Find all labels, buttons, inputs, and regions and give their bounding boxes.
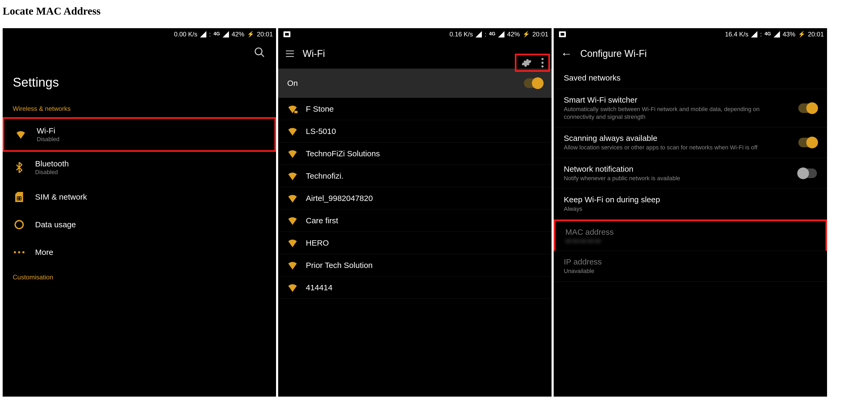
phone-1-settings: 0.00 K/s : 4G 42% ⚡ 20:01 Settings Wirel… [3, 28, 276, 397]
setting-row-data[interactable]: Data usage [3, 211, 276, 238]
conf-title: Keep Wi-Fi on during sleep [564, 195, 817, 204]
gear-icon[interactable] [521, 57, 532, 68]
wifi-secure-icon [287, 105, 298, 113]
status-net: 4G [214, 31, 220, 37]
svg-rect-4 [20, 197, 21, 198]
conf-title: Smart Wi-Fi switcher [564, 95, 798, 104]
bluetooth-icon [16, 162, 23, 173]
more-icon [14, 251, 25, 253]
conf-sub: Automatically switch between Wi-Fi netwo… [564, 105, 766, 121]
status-speed: 0.00 K/s [174, 31, 197, 38]
wifi-secure-icon [287, 150, 298, 158]
svg-rect-6 [20, 199, 21, 200]
setting-row-bluetooth[interactable]: Bluetooth Disabled [3, 152, 276, 183]
setting-row-wifi[interactable]: Wi-Fi Disabled [3, 117, 276, 152]
network-name: HERO [306, 238, 329, 248]
conf-title: Scanning always available [564, 134, 798, 143]
network-row[interactable]: Airtel_9982047820 [278, 187, 552, 209]
overflow-menu-icon[interactable] [541, 58, 544, 67]
data-usage-icon [14, 219, 25, 230]
setting-sub: Disabled [35, 169, 69, 176]
status-battery: 42% [231, 31, 244, 38]
mac-blurred: 00:00:00:00:00 [565, 238, 815, 244]
setting-label: Bluetooth [35, 159, 69, 168]
setting-label: SIM & network [35, 192, 87, 201]
highlighted-actions [515, 54, 550, 72]
network-row[interactable]: Technofizi. [278, 165, 552, 187]
phone-3-configure-wifi: 16.4 K/s : 4G 43% ⚡ 20:01 ← Configure Wi… [554, 28, 827, 397]
network-name: 414414 [306, 283, 333, 292]
conf-row-mac: MAC address 00:00:00:00:00 [554, 220, 827, 251]
svg-point-0 [255, 48, 262, 55]
conf-row-smart-switcher[interactable]: Smart Wi-Fi switcher Automatically switc… [554, 89, 827, 127]
section-customisation: Customisation [3, 266, 276, 286]
svg-rect-3 [18, 197, 19, 198]
network-row[interactable]: F Stone [278, 98, 552, 120]
section-wireless: Wireless & networks [3, 98, 276, 117]
charging-icon: ⚡ [247, 31, 254, 38]
status-battery: 43% [783, 31, 796, 38]
hamburger-icon[interactable] [285, 49, 294, 59]
conf-row-net-notif[interactable]: Network notification Notify whenever a p… [554, 158, 827, 189]
search-icon[interactable] [254, 46, 266, 58]
phone-2-wifi-list: 0.16 K/s : 4G 42% ⚡ 20:01 Wi-Fi On [278, 28, 552, 397]
status-colon: : [760, 31, 762, 38]
page-heading: Locate MAC Address [3, 5, 100, 17]
network-row[interactable]: LS-5010 [278, 120, 552, 142]
network-name: LS-5010 [306, 127, 336, 136]
conf-title: MAC address [565, 228, 815, 236]
network-row[interactable]: 414414 [278, 277, 552, 299]
network-row[interactable]: HERO [278, 232, 552, 254]
setting-label: Wi-Fi [37, 126, 60, 135]
conf-sub: Always [564, 205, 766, 213]
back-icon[interactable]: ← [561, 47, 572, 60]
toggle-smart-switcher[interactable] [798, 103, 817, 113]
status-net: 4G [489, 31, 495, 37]
conf-row-saved[interactable]: Saved networks [554, 67, 827, 89]
svg-line-1 [261, 54, 264, 57]
signal-icon [475, 31, 482, 37]
charging-icon: ⚡ [523, 31, 530, 38]
status-speed: 0.16 K/s [450, 31, 473, 38]
screenshot-icon [559, 31, 566, 37]
svg-rect-11 [294, 110, 298, 113]
wifi-secure-icon [287, 283, 298, 292]
conf-row-keep-on[interactable]: Keep Wi-Fi on during sleep Always [554, 189, 827, 220]
signal-icon [751, 31, 757, 37]
conf-row-ip: IP address Unavailable [554, 251, 827, 282]
network-row[interactable]: Care first [278, 209, 552, 232]
wifi-secure-icon [287, 216, 298, 225]
wifi-secure-icon [287, 239, 298, 247]
setting-row-more[interactable]: More [3, 238, 276, 266]
conf-row-scanning[interactable]: Scanning always available Allow location… [554, 127, 827, 158]
setting-row-sim[interactable]: SIM & network [3, 183, 276, 211]
status-time: 20:01 [808, 31, 824, 38]
status-time: 20:01 [257, 31, 273, 38]
wifi-toggle[interactable] [524, 78, 542, 88]
status-bar: 16.4 K/s : 4G 43% ⚡ 20:01 [554, 28, 827, 40]
svg-rect-5 [18, 199, 19, 200]
status-time: 20:01 [532, 31, 548, 38]
network-row[interactable]: Prior Tech Solution [278, 254, 552, 277]
wifi-on-label: On [287, 79, 298, 88]
toggle-scanning[interactable] [798, 138, 817, 147]
network-name: F Stone [306, 104, 334, 114]
network-name: TechnoFiZi Solutions [306, 149, 380, 158]
status-colon: : [209, 31, 211, 38]
network-name: Airtel_9982047820 [306, 194, 373, 203]
setting-label: Data usage [35, 220, 76, 229]
signal-icon-2 [774, 31, 780, 37]
status-battery: 42% [507, 31, 520, 38]
network-row[interactable]: TechnoFiZi Solutions [278, 142, 552, 165]
conf-title: Saved networks [564, 73, 817, 83]
wifi-secure-icon [287, 127, 298, 136]
screenshot-icon [283, 31, 290, 37]
wifi-secure-icon [287, 172, 298, 180]
wifi-toggle-row[interactable]: On [278, 69, 552, 98]
signal-icon-2 [498, 31, 504, 37]
network-name: Prior Tech Solution [306, 261, 373, 270]
sim-icon [15, 192, 23, 202]
status-net: 4G [765, 31, 771, 37]
toggle-net-notif[interactable] [798, 168, 817, 178]
conf-sub: Allow location services or other apps to… [564, 144, 766, 152]
